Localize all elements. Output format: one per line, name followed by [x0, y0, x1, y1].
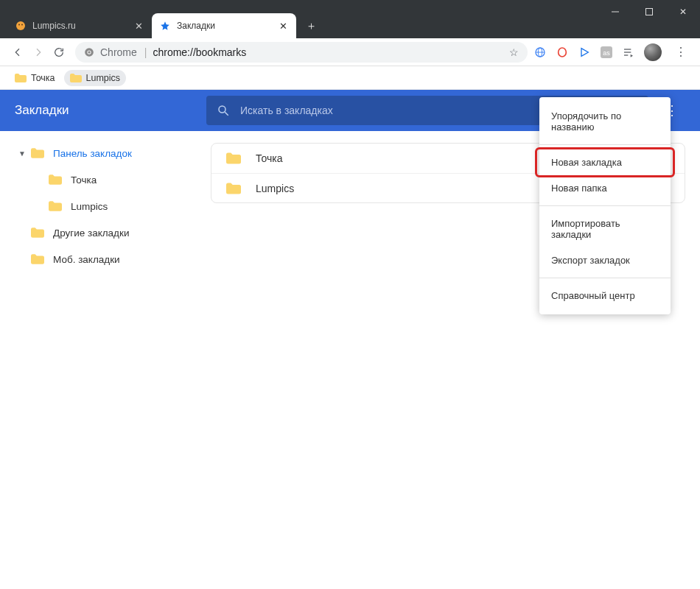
folder-icon	[70, 74, 82, 82]
tree-item-label: Другие закладки	[53, 228, 129, 239]
menu-item-new-bookmark[interactable]: Новая закладка	[539, 149, 671, 175]
tree-item[interactable]: Точка	[0, 166, 205, 193]
folder-icon	[49, 174, 62, 185]
tree-item-label: Точка	[71, 174, 97, 186]
svg-point-17	[219, 106, 225, 113]
reload-button[interactable]	[49, 42, 69, 63]
close-icon[interactable]: ✕	[133, 20, 144, 32]
menu-separator	[539, 278, 671, 278]
tab-lumpics[interactable]: Lumpics.ru ✕	[7, 13, 152, 38]
minimize-button[interactable]	[598, 0, 632, 24]
bookmarks-bar-item[interactable]: Точка	[9, 70, 61, 86]
bookmarks-bar-label: Lumpics	[86, 73, 121, 83]
url-path: chrome://bookmarks	[153, 46, 246, 58]
tab-label: Закладки	[177, 21, 277, 31]
svg-point-7	[88, 51, 91, 54]
maximize-button[interactable]	[632, 0, 666, 24]
window-titlebar: Lumpics.ru ✕ Закладки ✕ ＋ ✕	[0, 0, 700, 38]
svg-rect-4	[646, 9, 653, 15]
folder-icon	[31, 228, 44, 238]
list-item-label: Точка	[256, 152, 282, 164]
window-controls: ✕	[598, 0, 700, 24]
extension-icon-playlist[interactable]	[622, 46, 635, 59]
tab-label: Lumpics.ru	[32, 21, 133, 31]
extension-icon-globe[interactable]	[533, 46, 547, 59]
tree-item-other-bookmarks[interactable]: Другие закладки	[0, 219, 205, 246]
menu-item-export[interactable]: Экспорт закладок	[539, 247, 671, 273]
menu-item-help[interactable]: Справочный центр	[539, 283, 671, 308]
search-icon	[217, 104, 230, 117]
forward-button[interactable]	[28, 42, 49, 63]
close-window-button[interactable]: ✕	[666, 0, 700, 24]
menu-separator	[539, 144, 671, 145]
tab-strip: Lumpics.ru ✕ Закладки ✕ ＋	[0, 0, 321, 38]
folder-icon	[49, 201, 62, 211]
profile-avatar[interactable]	[644, 43, 662, 61]
menu-separator	[539, 205, 671, 206]
omnibox[interactable]: Chrome | chrome://bookmarks ☆	[75, 42, 528, 63]
extension-icons: as ⋮	[533, 42, 693, 63]
url-scheme: Chrome	[100, 46, 137, 58]
list-item-label: Lumpics	[256, 183, 294, 194]
tree-item-mobile-bookmarks[interactable]: Моб. закладки	[0, 246, 205, 272]
bookmark-star-button[interactable]: ☆	[509, 46, 519, 58]
svg-point-0	[16, 21, 25, 30]
tree-item-label: Lumpics	[71, 201, 108, 212]
svg-line-18	[225, 112, 228, 116]
chevron-down-icon[interactable]: ▼	[13, 149, 31, 158]
tree-item[interactable]: Lumpics	[0, 193, 205, 219]
extension-icon-opera[interactable]	[556, 46, 569, 59]
extension-icon-play[interactable]	[578, 46, 591, 59]
svg-point-1	[18, 24, 20, 26]
tree-item-label: Панель закладок	[53, 148, 132, 159]
close-icon[interactable]: ✕	[277, 20, 289, 32]
new-tab-button[interactable]: ＋	[301, 15, 321, 36]
folder-icon	[31, 148, 44, 158]
folder-icon	[31, 254, 44, 264]
bookmarks-bar-item[interactable]: Lumpics	[64, 70, 127, 86]
star-favicon	[159, 20, 171, 32]
menu-item-import[interactable]: Импортировать закладки	[539, 211, 671, 247]
tree-item-label: Моб. закладки	[53, 254, 120, 265]
folder-icon	[15, 74, 27, 82]
tree-item-bookmarks-bar[interactable]: ▼ Панель закладок	[0, 140, 205, 166]
folder-icon	[226, 152, 241, 164]
bookmarks-bar: Точка Lumpics	[0, 66, 700, 90]
chrome-icon	[84, 47, 94, 57]
folder-icon	[226, 183, 241, 194]
extension-icon-lastfm[interactable]: as	[600, 46, 613, 59]
svg-point-2	[21, 24, 23, 26]
page-title: Закладки	[15, 103, 206, 118]
lumpics-favicon	[15, 20, 27, 32]
tab-bookmarks[interactable]: Закладки ✕	[152, 13, 296, 38]
svg-point-11	[559, 48, 567, 57]
bookmarks-bar-label: Точка	[31, 73, 55, 83]
address-bar: Chrome | chrome://bookmarks ☆ as ⋮	[0, 38, 700, 66]
svg-text:as: as	[603, 49, 610, 57]
folder-tree: ▼ Панель закладок Точка Lumpics Другие з…	[0, 131, 205, 589]
url-separator: |	[144, 46, 147, 58]
organize-context-menu: Упорядочить по названию Новая закладка Н…	[539, 97, 671, 314]
menu-item-sort[interactable]: Упорядочить по названию	[539, 103, 671, 140]
menu-item-new-folder[interactable]: Новая папка	[539, 175, 671, 201]
chrome-menu-button[interactable]: ⋮	[671, 42, 691, 63]
back-button[interactable]	[7, 42, 28, 63]
